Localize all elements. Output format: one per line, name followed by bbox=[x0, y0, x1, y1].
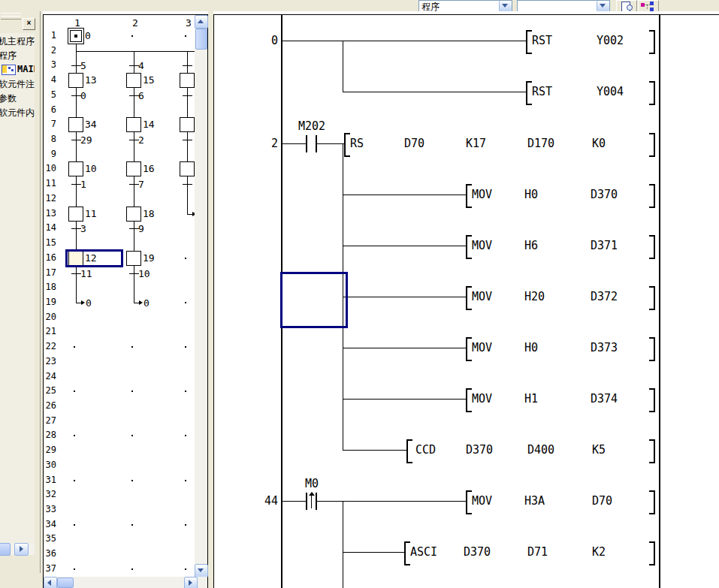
chevron-down-icon[interactable] bbox=[597, 1, 609, 11]
sfc-row-number: 28 bbox=[44, 430, 56, 440]
instruction-operand[interactable]: K0 bbox=[592, 137, 606, 150]
project-tree-icon bbox=[650, 2, 654, 5]
sfc-step-box[interactable] bbox=[68, 117, 83, 132]
panel-grab-handle[interactable] bbox=[1, 16, 21, 20]
instruction-operand[interactable]: H6 bbox=[524, 239, 538, 252]
instruction-open-bracket bbox=[406, 439, 412, 463]
instruction-operand[interactable]: H20 bbox=[524, 290, 545, 303]
instruction-operand[interactable]: D370 bbox=[466, 443, 493, 457]
tree-hscrollbar-right-button[interactable] bbox=[14, 543, 29, 556]
sfc-transition-tick[interactable] bbox=[183, 140, 192, 140]
arrow-up-icon bbox=[198, 20, 204, 23]
sfc-initial-step[interactable] bbox=[68, 28, 84, 44]
sfc-jump-label: 0 bbox=[86, 297, 98, 308]
sfc-hscrollbar-left-button[interactable] bbox=[44, 577, 57, 588]
instruction-operand[interactable]: K5 bbox=[592, 443, 606, 457]
sidebar-item-0[interactable]: 机主程序 bbox=[0, 35, 35, 47]
sidebar-item-3[interactable]: 软元件注 bbox=[0, 77, 35, 90]
sfc-step-box[interactable] bbox=[68, 207, 83, 222]
sfc-transition-tick[interactable] bbox=[183, 65, 192, 66]
sfc-step-box[interactable] bbox=[126, 117, 141, 132]
sfc-step-box[interactable] bbox=[126, 251, 141, 266]
instruction-opcode[interactable]: MOV bbox=[472, 290, 492, 303]
instruction-operand[interactable]: D400 bbox=[527, 443, 554, 457]
sfc-grid-dot bbox=[185, 346, 186, 348]
sidebar-item-5[interactable]: 软元件内 bbox=[0, 106, 35, 119]
instruction-operand[interactable]: D370 bbox=[464, 545, 491, 559]
instruction-operand[interactable]: Y004 bbox=[597, 85, 624, 98]
instruction-close-bracket bbox=[649, 439, 655, 463]
sfc-row-number: 36 bbox=[44, 548, 56, 559]
instruction-operand[interactable]: D371 bbox=[591, 239, 618, 252]
sfc-transition-label: 5 bbox=[80, 60, 98, 71]
sfc-step-box[interactable] bbox=[180, 161, 195, 176]
sfc-transition-tick[interactable] bbox=[183, 184, 192, 185]
instruction-operand[interactable]: Y002 bbox=[597, 34, 624, 47]
sidebar-item-main[interactable]: MAIN bbox=[0, 63, 35, 76]
instruction-opcode[interactable]: MOV bbox=[472, 392, 492, 406]
sfc-step-box[interactable] bbox=[126, 73, 141, 88]
secondary-combobox[interactable] bbox=[517, 0, 610, 12]
instruction-operand[interactable]: K17 bbox=[466, 137, 486, 150]
sfc-hscrollbar-right-button[interactable] bbox=[184, 577, 198, 588]
sfc-row-number: 9 bbox=[44, 149, 56, 159]
sfc-grid-dot bbox=[74, 524, 75, 526]
sfc-row-number: 2 bbox=[44, 45, 56, 56]
program-type-combobox[interactable]: 程序 bbox=[418, 0, 512, 12]
close-panel-button[interactable]: × bbox=[23, 18, 35, 30]
project-tree-connector bbox=[647, 5, 648, 9]
instruction-operand[interactable]: H3A bbox=[524, 494, 545, 508]
sfc-row-number: 30 bbox=[44, 460, 56, 470]
instruction-opcode[interactable]: MOV bbox=[472, 188, 492, 201]
sidebar-item-1[interactable]: 程序 bbox=[0, 49, 35, 62]
instruction-opcode[interactable]: MOV bbox=[472, 494, 492, 508]
instruction-operand[interactable]: D70 bbox=[592, 494, 612, 508]
instruction-operand[interactable]: D370 bbox=[591, 188, 618, 201]
sfc-vscrollbar-track[interactable] bbox=[195, 15, 207, 577]
sidebar-item-4[interactable]: 参数 bbox=[0, 92, 35, 104]
sfc-hscrollbar-thumb[interactable] bbox=[57, 577, 74, 588]
instruction-operand[interactable]: K2 bbox=[592, 545, 606, 559]
sfc-step-box[interactable] bbox=[68, 73, 83, 88]
sfc-step-box[interactable] bbox=[180, 117, 195, 132]
sfc-jump-label: 0 bbox=[143, 297, 156, 308]
sfc-vscrollbar-up-button[interactable] bbox=[195, 15, 208, 29]
instruction-close-bracket bbox=[649, 337, 655, 361]
instruction-opcode[interactable]: ASCI bbox=[410, 545, 437, 559]
sfc-row-number: 1 bbox=[44, 30, 56, 41]
ladder-program-icon bbox=[2, 65, 16, 75]
instruction-operand[interactable]: D372 bbox=[591, 290, 618, 303]
sfc-step-box[interactable] bbox=[126, 207, 141, 222]
sfc-transition-label: 6 bbox=[138, 90, 156, 101]
instruction-operand[interactable]: D373 bbox=[591, 341, 618, 354]
sfc-row-number: 6 bbox=[44, 104, 56, 115]
instruction-opcode[interactable]: RST bbox=[532, 34, 552, 47]
ladder-wire bbox=[317, 501, 466, 502]
instruction-operand[interactable]: D374 bbox=[591, 392, 618, 406]
instruction-operand[interactable]: D71 bbox=[527, 545, 548, 559]
instruction-operand[interactable]: H0 bbox=[524, 341, 538, 354]
ladder-wire bbox=[343, 194, 466, 195]
instruction-opcode[interactable]: MOV bbox=[472, 341, 492, 354]
sfc-step-box[interactable] bbox=[180, 73, 195, 88]
sfc-vscrollbar-thumb[interactable] bbox=[195, 29, 207, 50]
instruction-operand[interactable]: H1 bbox=[524, 392, 538, 406]
instruction-operand[interactable]: D70 bbox=[404, 137, 424, 150]
instruction-opcode[interactable]: MOV bbox=[472, 239, 492, 252]
sidebar-item-label: 机主程序 bbox=[0, 35, 35, 47]
instruction-operand[interactable]: H0 bbox=[524, 188, 538, 201]
instruction-opcode[interactable]: RS bbox=[350, 137, 364, 150]
instruction-opcode[interactable]: CCD bbox=[415, 443, 436, 457]
sfc-step-label: 10 bbox=[85, 163, 103, 173]
program-display-icon-lens bbox=[627, 5, 633, 11]
sfc-transition-tick[interactable] bbox=[183, 95, 192, 96]
sfc-step-box[interactable] bbox=[68, 161, 83, 176]
sfc-step-box[interactable] bbox=[126, 161, 141, 176]
instruction-opcode[interactable]: RST bbox=[532, 85, 552, 98]
instruction-operand[interactable]: D170 bbox=[527, 137, 554, 150]
sfc-row-number: 24 bbox=[44, 371, 56, 381]
chevron-down-icon[interactable] bbox=[499, 1, 512, 11]
sfc-jump-arrow-icon bbox=[81, 300, 85, 305]
tree-hscrollbar-thumb[interactable] bbox=[0, 543, 11, 556]
sfc-vscrollbar-down-button[interactable] bbox=[195, 564, 208, 577]
